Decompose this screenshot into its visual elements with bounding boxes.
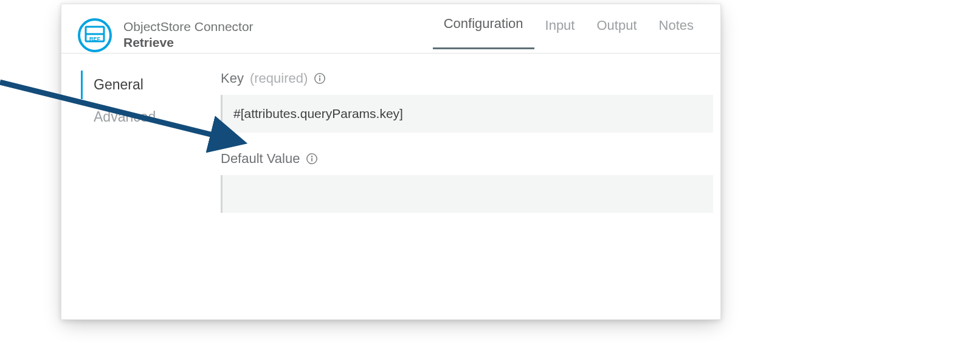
- svg-rect-6: [319, 78, 320, 81]
- field-key-label-row: Key (required): [221, 71, 713, 86]
- info-icon[interactable]: [306, 153, 318, 165]
- default-value-input[interactable]: [221, 175, 713, 213]
- tab-bar: Configuration Input Output Notes: [433, 15, 705, 49]
- tab-notes[interactable]: Notes: [648, 18, 705, 49]
- svg-text:REF: REF: [89, 36, 101, 42]
- tab-input[interactable]: Input: [534, 18, 586, 49]
- svg-point-8: [311, 156, 313, 158]
- field-key-label: Key: [221, 71, 244, 86]
- tab-configuration[interactable]: Configuration: [433, 16, 534, 49]
- field-default-value: Default Value: [221, 151, 713, 213]
- component-type: ObjectStore Connector: [123, 19, 254, 34]
- field-key: Key (required): [221, 71, 713, 133]
- fields-container: Key (required) Default Value: [221, 71, 720, 231]
- object-store-ref-icon: REF: [77, 18, 112, 53]
- field-default-value-label-row: Default Value: [221, 151, 713, 167]
- info-icon[interactable]: [314, 72, 326, 85]
- panel-header: REF ObjectStore Connector Retrieve Confi…: [61, 4, 720, 54]
- sidenav-item-general[interactable]: General: [81, 71, 213, 99]
- svg-rect-9: [312, 158, 313, 162]
- component-operation: Retrieve: [123, 35, 254, 50]
- panel-body: General Advanced Key (required): [61, 54, 720, 231]
- side-nav: General Advanced: [61, 71, 221, 231]
- field-default-value-label: Default Value: [221, 151, 300, 167]
- sidenav-item-advanced[interactable]: Advanced: [81, 103, 213, 131]
- component-titles: ObjectStore Connector Retrieve: [123, 15, 254, 50]
- key-input[interactable]: [221, 95, 713, 133]
- field-key-required-hint: (required): [250, 71, 308, 86]
- connector-config-panel: REF ObjectStore Connector Retrieve Confi…: [61, 4, 721, 320]
- svg-point-5: [319, 75, 321, 77]
- tab-output[interactable]: Output: [585, 18, 647, 49]
